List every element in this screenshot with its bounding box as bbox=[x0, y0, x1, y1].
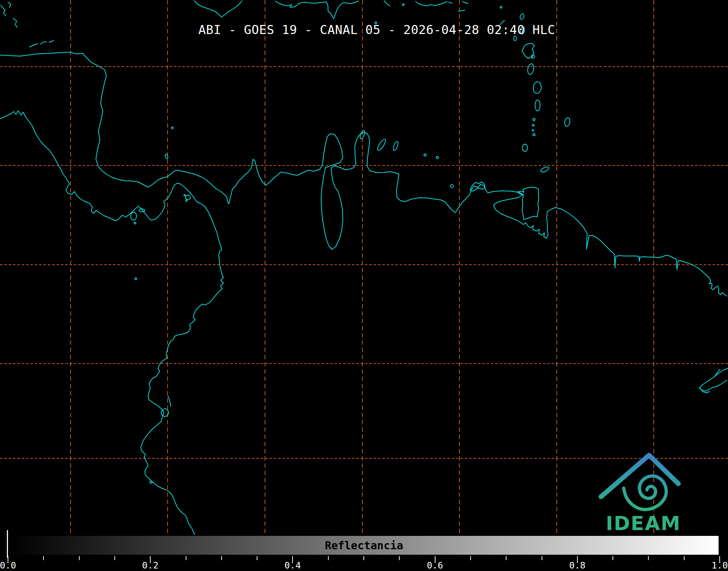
colorbar-minor-tick bbox=[506, 556, 506, 560]
isla-de-la-plata bbox=[150, 481, 152, 483]
colorbar-minor-tick bbox=[43, 556, 44, 560]
colorbar-minor-tick bbox=[648, 556, 649, 560]
colorbar-minor-tick bbox=[684, 556, 685, 560]
colorbar-minor-tick bbox=[399, 556, 400, 560]
bay-islands bbox=[30, 44, 38, 47]
pacific-coastline bbox=[0, 111, 223, 535]
jamaica-coast bbox=[194, 1, 242, 17]
logo-text: IDEAM bbox=[606, 512, 681, 535]
colorbar-minor-tick bbox=[221, 556, 222, 560]
colorbar-minor-tick bbox=[186, 556, 186, 560]
tobago-island bbox=[540, 166, 550, 173]
colorbar-minor-tick bbox=[114, 556, 115, 560]
bonaire-island bbox=[392, 141, 399, 151]
guayas-river bbox=[168, 396, 171, 407]
los-roques bbox=[424, 154, 426, 156]
satellite-image-viewer: IDEAM ABI - GOES 19 - CANAL 05 - 2026-04… bbox=[0, 0, 728, 571]
map-canvas: IDEAM bbox=[0, 0, 728, 571]
st-vincent bbox=[535, 100, 540, 111]
colorbar-minor-tick bbox=[470, 556, 471, 560]
greater-antilles bbox=[194, 1, 468, 24]
colorbar-minor-tick bbox=[542, 556, 542, 560]
caribbean-coastline bbox=[0, 52, 523, 249]
barbados bbox=[564, 117, 571, 127]
colorbar-title: Reflectancia bbox=[0, 539, 728, 552]
vieques bbox=[449, 2, 452, 3]
image-title: ABI - GOES 19 - CANAL 05 - 2026-04-28 02… bbox=[198, 22, 555, 37]
malpelo bbox=[135, 278, 137, 280]
curacao-island bbox=[376, 138, 387, 152]
st-lucia bbox=[533, 81, 542, 94]
colorbar-tick-label: 1.0 bbox=[711, 560, 728, 571]
tortuga-island bbox=[450, 185, 453, 188]
providencia bbox=[172, 127, 173, 129]
puerto-rico-coast bbox=[416, 1, 447, 6]
ideam-logo: IDEAM bbox=[601, 455, 681, 535]
hispaniola-coast bbox=[275, 1, 359, 18]
amazon-river bbox=[699, 368, 728, 393]
venezuelan-islands bbox=[424, 154, 485, 191]
isolated-islands bbox=[131, 127, 190, 484]
colorbar-minor-tick bbox=[79, 556, 80, 560]
trinidad-tobago bbox=[517, 166, 550, 219]
colorbar-minor-tick bbox=[257, 556, 257, 560]
colorbar-minor-tick bbox=[363, 556, 364, 560]
martinique bbox=[527, 63, 535, 75]
colorbar-tick-label: 0.0 bbox=[0, 560, 16, 571]
trinidad-island bbox=[517, 187, 539, 219]
latlon-gridlines bbox=[0, 0, 728, 535]
margarita-island bbox=[470, 182, 485, 191]
colorbar-tick-label: 0.6 bbox=[427, 560, 443, 571]
colorbar-tick-label: 0.2 bbox=[142, 560, 159, 571]
orinoco-delta-guyana-coastline bbox=[521, 207, 727, 296]
orchila-island bbox=[436, 156, 438, 159]
honduras-fragments bbox=[1, 2, 54, 47]
colorbar-minor-tick bbox=[328, 556, 329, 560]
logo-spiral bbox=[624, 476, 666, 510]
grenada bbox=[522, 144, 527, 151]
colorbar-minor-tick bbox=[613, 556, 613, 560]
pearl-islands bbox=[185, 195, 190, 200]
guadeloupe-dominica bbox=[522, 43, 534, 58]
colorbar-tick-label: 0.4 bbox=[285, 560, 301, 571]
colorbar-tick-label: 0.8 bbox=[569, 560, 585, 571]
coiba-island bbox=[131, 212, 136, 220]
